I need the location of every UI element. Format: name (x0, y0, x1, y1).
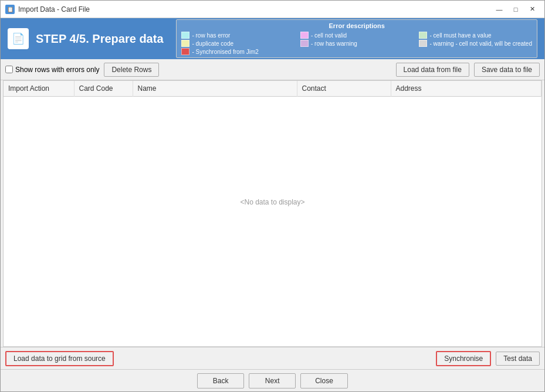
cell-not-valid-color (300, 32, 309, 39)
error-desc-title: Error descriptions (181, 22, 532, 29)
show-errors-only-text: Show rows with errors only (15, 66, 99, 74)
warning-cell-not-valid-color (419, 40, 427, 47)
delete-rows-button[interactable]: Delete Rows (104, 63, 159, 77)
step-title: STEP 4/5. Prepare data (36, 32, 164, 46)
maximize-button[interactable]: □ (508, 4, 523, 15)
error-row-has-warning: - row has warning (300, 40, 414, 47)
warning-cell-not-valid-label: - warning - cell not valid, will be crea… (429, 40, 532, 47)
main-toolbar: Show rows with errors only Delete Rows L… (1, 59, 544, 80)
minimize-button[interactable]: — (492, 4, 507, 15)
col-import-action: Import Action (4, 81, 74, 97)
close-button[interactable]: Close (300, 373, 348, 388)
col-address: Address (391, 81, 541, 97)
col-card-code: Card Code (74, 81, 133, 97)
header-left: 📄 STEP 4/5. Prepare data (8, 28, 164, 49)
synchronised-label: - Synchronised from Jim2 (192, 49, 258, 55)
window-title: Import Data - Card File (18, 5, 90, 13)
duplicate-code-color (181, 40, 189, 47)
step-icon: 📄 (8, 28, 29, 49)
error-synchronised: - Synchronised from Jim2 (181, 48, 294, 55)
app-icon: 📋 (5, 5, 15, 14)
col-name: Name (133, 81, 297, 97)
show-errors-only-checkbox[interactable] (5, 66, 13, 73)
main-window: 📋 Import Data - Card File — □ ✕ 📄 STEP 4… (0, 0, 545, 392)
window-controls: — □ ✕ (492, 4, 540, 15)
back-button[interactable]: Back (197, 373, 244, 388)
error-desc-grid: - row has error - cell not valid - cell … (181, 32, 532, 55)
error-row-has-error: - row has error (181, 32, 294, 39)
close-window-button[interactable]: ✕ (524, 4, 540, 15)
footer: Back Next Close (1, 369, 544, 391)
no-data-message: <No data to display> (4, 97, 541, 308)
load-grid-button[interactable]: Load data to grid from source (5, 351, 114, 366)
cell-must-have-value-label: - cell must have a value (429, 32, 491, 39)
error-duplicate-code: - duplicate code (181, 40, 294, 47)
data-table: Import Action Card Code Name Contact Add… (4, 81, 541, 97)
save-data-button[interactable]: Save data to file (474, 63, 540, 77)
duplicate-code-label: - duplicate code (192, 40, 233, 47)
next-button[interactable]: Next (249, 373, 296, 388)
error-cell-must-have-value: - cell must have a value (419, 32, 532, 39)
title-bar-left: 📋 Import Data - Card File (5, 5, 90, 14)
title-bar: 📋 Import Data - Card File — □ ✕ (1, 1, 544, 18)
row-has-error-label: - row has error (192, 32, 230, 39)
test-data-button[interactable]: Test data (496, 352, 540, 366)
error-descriptions-panel: Error descriptions - row has error - cel… (176, 19, 537, 58)
cell-not-valid-label: - cell not valid (311, 32, 347, 39)
row-has-warning-color (300, 40, 309, 47)
col-contact: Contact (297, 81, 391, 97)
header-bar: 📄 STEP 4/5. Prepare data Error descripti… (1, 18, 544, 59)
row-has-warning-label: - row has warning (311, 40, 357, 47)
synchronise-button[interactable]: Synchronise (436, 351, 491, 366)
bottom-toolbar: Load data to grid from source Synchronis… (1, 347, 544, 369)
row-has-error-color (181, 32, 189, 39)
show-errors-only-label[interactable]: Show rows with errors only (5, 66, 99, 74)
cell-must-have-value-color (419, 32, 427, 39)
data-table-container: Import Action Card Code Name Contact Add… (3, 80, 542, 347)
load-data-button[interactable]: Load data from file (396, 63, 469, 77)
error-cell-not-valid: - cell not valid (300, 32, 414, 39)
synchronised-color (181, 48, 189, 55)
error-warning-cell-not-valid: - warning - cell not valid, will be crea… (419, 40, 532, 47)
table-header-row: Import Action Card Code Name Contact Add… (4, 81, 541, 97)
